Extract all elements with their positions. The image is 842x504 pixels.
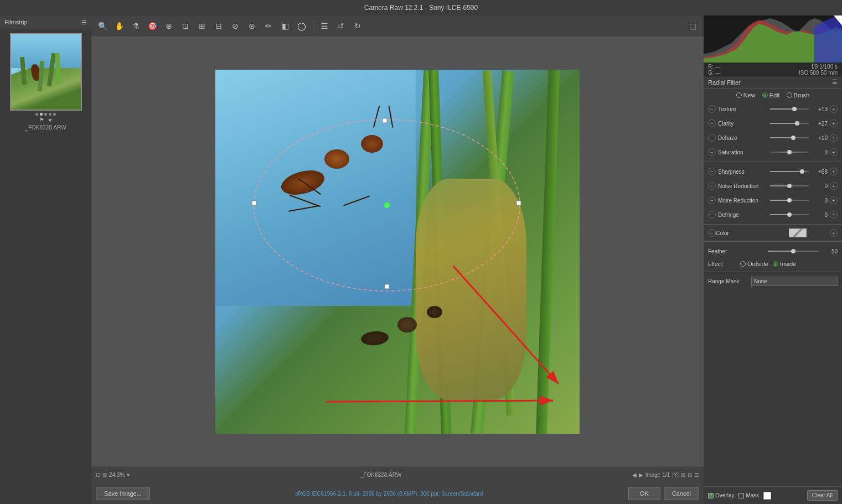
defringe-minus[interactable]: − [708,211,716,219]
defringe-slider[interactable] [770,210,809,220]
brush-radio-label[interactable]: Brush [787,92,810,98]
nav-icon-3[interactable]: ☰ [694,472,699,478]
texture-plus[interactable]: + [830,105,838,113]
nav-icon-2[interactable]: ⊟ [688,472,692,478]
noise-reduction-plus[interactable]: + [830,182,838,190]
radial-filter-tool[interactable]: ◯ [295,19,308,33]
zoom-tool[interactable]: 🔍 [96,19,109,33]
new-radio[interactable] [736,92,742,98]
overlay-checkbox[interactable] [708,493,714,498]
mask-checkbox[interactable] [738,493,744,498]
feather-slider[interactable] [768,246,819,256]
thumb-dot [44,113,47,116]
nav-icon-1[interactable]: ⊞ [681,472,685,478]
open-object[interactable]: ⬚ [686,19,699,33]
save-image-button[interactable]: Save Image... [96,487,150,500]
sharpness-row: − Sharpness +68 + [704,164,842,179]
filmstrip-menu-icon[interactable]: ☰ [81,19,87,26]
feather-value: 50 [821,248,838,254]
spot-removal-tool[interactable]: ⊘ [229,19,242,33]
film-thumbnail[interactable] [10,33,82,111]
range-mask-select[interactable]: None Luminance Color Depth [751,277,838,286]
color-minus[interactable]: − [708,229,716,237]
rotate-cw[interactable]: ↻ [351,19,364,33]
outside-radio[interactable] [740,261,746,267]
filter-name: Radial Filter [708,79,741,86]
clarity-minus[interactable]: − [708,119,716,127]
filmstrip-panel: Filmstrip ☰ [0,15,91,504]
moire-reduction-plus[interactable]: + [830,196,838,204]
texture-slider[interactable] [770,104,809,114]
new-label: New [743,92,756,98]
action-bar: Save Image... sRGB IEC61966-2.1; 8 bit; … [91,483,704,504]
color-swatch[interactable] [789,228,807,237]
b-label: B: [708,76,713,76]
wb-tool[interactable]: ⚗ [129,19,142,33]
photo-container[interactable] [215,70,580,434]
mask-color-swatch[interactable] [763,492,771,500]
brush-radio[interactable] [787,92,792,98]
yardstick-icon[interactable]: |Y| [672,472,679,478]
outside-radio-label[interactable]: Outside [740,261,768,267]
clarity-slider[interactable] [770,118,809,128]
next-image[interactable]: ▶ [639,472,643,478]
clarity-plus[interactable]: + [830,119,838,127]
dehaze-value: +10 [811,135,828,141]
range-mask-row: Range Mask: None Luminance Color Depth [704,274,842,288]
fit-icon[interactable]: ⊞ [102,472,107,478]
transform-tool[interactable]: ⊟ [212,19,225,33]
noise-reduction-slider[interactable] [770,181,809,191]
dehaze-slider[interactable] [770,133,809,143]
edit-radio[interactable] [762,92,768,98]
mask-checkbox-label[interactable]: Mask [738,492,759,498]
list-view[interactable]: ☰ [318,19,331,33]
image-counter: Image 1/1 [645,472,670,478]
histogram: R: — G: — B: — f/9 1/100 s ISO 500 50 mm [704,15,842,76]
saturation-minus[interactable]: − [708,148,716,156]
panel-menu-icon[interactable]: ☰ [832,79,838,86]
inside-radio[interactable] [773,261,778,267]
r-label: R: [708,64,714,70]
new-radio-label[interactable]: New [736,92,756,98]
moire-reduction-minus[interactable]: − [708,196,716,204]
sharpness-slider[interactable] [770,167,809,176]
rotate-ccw[interactable]: ↺ [334,19,348,33]
sharpness-minus[interactable]: − [708,168,716,175]
noise-reduction-row: − Noise Reduction 0 + [704,179,842,193]
redeye-tool[interactable]: ⊛ [245,19,259,33]
film-filename: _FOK8328.ARW [4,124,87,131]
color-plus[interactable]: + [830,229,838,237]
file-info: sRGB IEC61966-2.1; 8 bit; 2936 by 2936 (… [150,491,628,497]
edit-radio-label[interactable]: Edit [762,92,780,98]
thumb-flag-icon[interactable]: ⚑ [39,117,44,123]
clear-all-button[interactable]: Clear All [807,490,838,501]
defringe-plus[interactable]: + [830,211,838,219]
target-tool[interactable]: ⊕ [162,19,175,33]
overlay-checkbox-label[interactable]: Overlay [708,492,734,498]
saturation-plus[interactable]: + [830,148,838,156]
defringe-row: − Defringe 0 + [704,207,842,222]
inside-radio-label[interactable]: Inside [773,261,796,267]
ok-button[interactable]: OK [628,487,660,500]
moire-reduction-slider[interactable] [770,195,809,205]
thumb-star-icon[interactable]: ★ [48,117,53,123]
crop-tool[interactable]: ⊡ [179,19,192,33]
graduated-filter-tool[interactable]: ◧ [278,19,292,33]
panel-bottom: Overlay Mask Clear All [704,486,842,504]
dehaze-plus[interactable]: + [830,134,838,142]
view-size-icon[interactable]: ⊡ [96,472,100,478]
dehaze-minus[interactable]: − [708,134,716,142]
sharpness-plus[interactable]: + [830,168,838,175]
cancel-button[interactable]: Cancel [664,487,699,500]
texture-minus[interactable]: − [708,105,716,113]
noise-reduction-label: Noise Reduction [718,183,768,189]
hand-tool[interactable]: ✋ [112,19,126,33]
saturation-slider[interactable] [770,147,809,157]
adjustment-brush-tool[interactable]: ✏ [262,19,275,33]
prev-image[interactable]: ◀ [632,472,637,478]
noise-reduction-minus[interactable]: − [708,182,716,190]
mask-label: Mask [746,492,759,498]
color-sampler-tool[interactable]: 🎯 [146,19,159,33]
straighten-tool[interactable]: ⊞ [195,19,209,33]
filmstrip-header: Filmstrip ☰ [0,15,91,29]
